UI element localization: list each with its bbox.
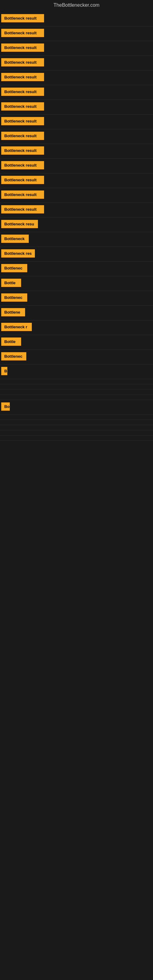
bottleneck-result-bar[interactable]: Bottleneck res	[1, 249, 35, 258]
list-item: Bottleneck res	[0, 247, 153, 261]
list-item	[0, 415, 153, 420]
list-item: Bottleneck result	[0, 173, 153, 188]
bottleneck-result-bar[interactable]: Bottleneck result	[1, 132, 44, 140]
bottleneck-result-bar[interactable]: Bottleneck result	[1, 102, 44, 111]
list-item: Bottlenec	[0, 350, 153, 364]
bottleneck-result-bar[interactable]: Bottleneck result	[1, 88, 44, 96]
bottleneck-result-bar[interactable]: Bottlene	[1, 308, 25, 317]
list-item	[0, 420, 153, 425]
list-item: Bottleneck result	[0, 159, 153, 173]
list-item	[0, 425, 153, 430]
list-item: Bottleneck result	[0, 188, 153, 203]
list-item: Bottleneck r	[0, 320, 153, 335]
site-title: TheBottlenecker.com	[0, 0, 153, 12]
list-item	[0, 384, 153, 390]
bottleneck-result-bar[interactable]: Bottleneck result	[1, 58, 44, 67]
list-item: Bottle	[0, 276, 153, 291]
list-item: Bottleneck result	[0, 70, 153, 85]
bottleneck-result-bar[interactable]: Bottleneck result	[1, 176, 44, 184]
list-item: Bottleneck result	[0, 26, 153, 41]
bottleneck-result-bar[interactable]: Bottleneck resu	[1, 220, 38, 228]
bottleneck-result-bar[interactable]: Bottleneck result	[1, 43, 44, 52]
bottleneck-result-bar[interactable]: Bottleneck result	[1, 73, 44, 81]
list-item	[0, 379, 153, 384]
bottleneck-result-bar[interactable]: Bottle	[1, 337, 21, 346]
list-item: Bottlenec	[0, 261, 153, 276]
list-item: Bottle	[0, 335, 153, 350]
bottleneck-result-bar[interactable]: Bottleneck result	[1, 161, 44, 169]
bottleneck-result-bar[interactable]: Bottle	[1, 279, 21, 287]
list-item: Bottleneck result	[0, 41, 153, 56]
bottleneck-result-bar[interactable]: Bottleneck r	[1, 323, 32, 331]
list-item: Bottleneck result	[0, 85, 153, 100]
list-item: Bottleneck	[0, 232, 153, 247]
bottleneck-result-bar[interactable]: Bottleneck result	[1, 14, 44, 22]
list-item: Bottleneck result	[0, 100, 153, 115]
list-item: Bottleneck result	[0, 144, 153, 159]
bottleneck-result-bar[interactable]: Bottleneck result	[1, 117, 44, 125]
bottleneck-result-bar[interactable]: Bottleneck result	[1, 191, 44, 199]
bottleneck-result-bar[interactable]: Bottleneck result	[1, 29, 44, 37]
bottleneck-result-bar[interactable]: Bottlenec	[1, 352, 26, 360]
list-item	[0, 430, 153, 436]
list-item: Bottlenec	[0, 291, 153, 305]
bottleneck-result-bar[interactable]: Bottlenec	[1, 264, 27, 272]
list-item: Bottleneck result	[0, 203, 153, 218]
list-item: Bottleneck resu	[0, 218, 153, 232]
bottleneck-result-bar[interactable]: Bottlenec	[1, 293, 27, 302]
list-item: Bottleneck result	[0, 115, 153, 129]
list-item	[0, 395, 153, 400]
bottleneck-result-bar[interactable]: B	[1, 367, 7, 375]
list-item: Bo	[0, 400, 153, 415]
list-item: Bottleneck result	[0, 12, 153, 26]
bottleneck-result-bar[interactable]: Bo	[1, 402, 10, 411]
list-item	[0, 436, 153, 441]
list-item: Bottleneck result	[0, 56, 153, 70]
list-item: Bottleneck result	[0, 129, 153, 144]
list-item: B	[0, 364, 153, 379]
bottleneck-result-bar[interactable]: Bottleneck result	[1, 205, 44, 213]
list-item: Bottlene	[0, 305, 153, 320]
bottleneck-result-bar[interactable]: Bottleneck	[1, 235, 29, 243]
bottleneck-result-bar[interactable]: Bottleneck result	[1, 146, 44, 155]
list-item	[0, 390, 153, 395]
